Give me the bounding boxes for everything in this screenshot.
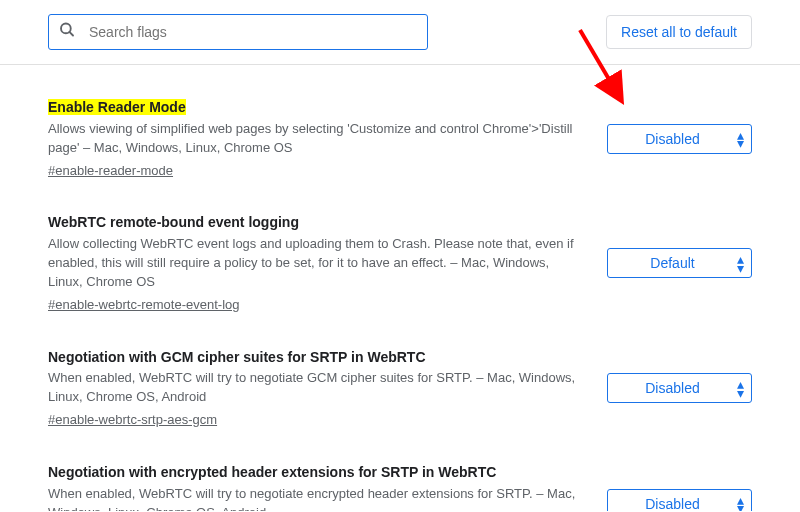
flag-info: WebRTC remote-bound event logging Allow … (48, 212, 583, 314)
flag-info: Negotiation with encrypted header extens… (48, 462, 583, 511)
search-input[interactable] (48, 14, 428, 50)
flag-info: Enable Reader Mode Allows viewing of sim… (48, 97, 583, 180)
flag-row: Negotiation with encrypted header extens… (48, 446, 752, 511)
flag-title: Negotiation with GCM cipher suites for S… (48, 349, 426, 365)
flag-select[interactable]: Disabled ▴▾ (607, 124, 752, 154)
search-field[interactable] (48, 14, 428, 50)
header: Reset all to default (0, 0, 800, 65)
flag-title: WebRTC remote-bound event logging (48, 214, 299, 230)
flag-select-value[interactable]: Default (607, 248, 752, 278)
flag-description: Allows viewing of simplified web pages b… (48, 120, 583, 158)
flag-title: Enable Reader Mode (48, 99, 186, 115)
flag-description: Allow collecting WebRTC event logs and u… (48, 235, 583, 292)
reset-all-button[interactable]: Reset all to default (606, 15, 752, 49)
flag-select-value[interactable]: Disabled (607, 124, 752, 154)
flag-row: Negotiation with GCM cipher suites for S… (48, 331, 752, 446)
flag-description: When enabled, WebRTC will try to negotia… (48, 485, 583, 511)
flag-select[interactable]: Disabled ▴▾ (607, 373, 752, 403)
flag-select[interactable]: Default ▴▾ (607, 248, 752, 278)
flag-hash-link[interactable]: #enable-reader-mode (48, 162, 173, 181)
flag-description: When enabled, WebRTC will try to negotia… (48, 369, 583, 407)
flag-select-value[interactable]: Disabled (607, 373, 752, 403)
flag-hash-link[interactable]: #enable-webrtc-remote-event-log (48, 296, 239, 315)
flag-info: Negotiation with GCM cipher suites for S… (48, 347, 583, 430)
flags-list: Enable Reader Mode Allows viewing of sim… (0, 65, 800, 511)
flag-title: Negotiation with encrypted header extens… (48, 464, 496, 480)
flag-row: WebRTC remote-bound event logging Allow … (48, 196, 752, 330)
flag-hash-link[interactable]: #enable-webrtc-srtp-aes-gcm (48, 411, 217, 430)
flag-select[interactable]: Disabled ▴▾ (607, 489, 752, 511)
flag-select-value[interactable]: Disabled (607, 489, 752, 511)
flag-row: Enable Reader Mode Allows viewing of sim… (48, 81, 752, 196)
